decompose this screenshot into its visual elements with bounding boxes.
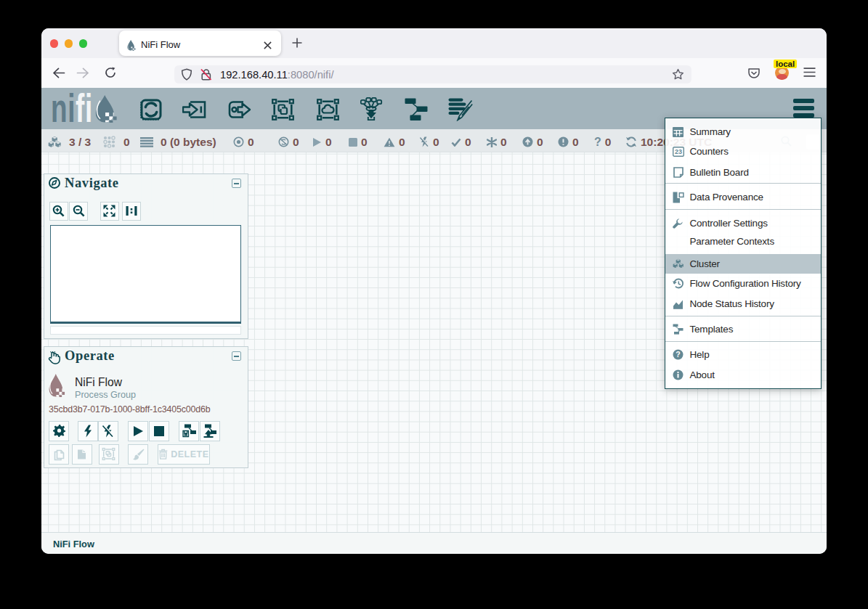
svg-text:?: ? [676, 350, 680, 359]
svg-text:23: 23 [674, 148, 681, 155]
svg-text:nifi: nifi [51, 88, 93, 129]
